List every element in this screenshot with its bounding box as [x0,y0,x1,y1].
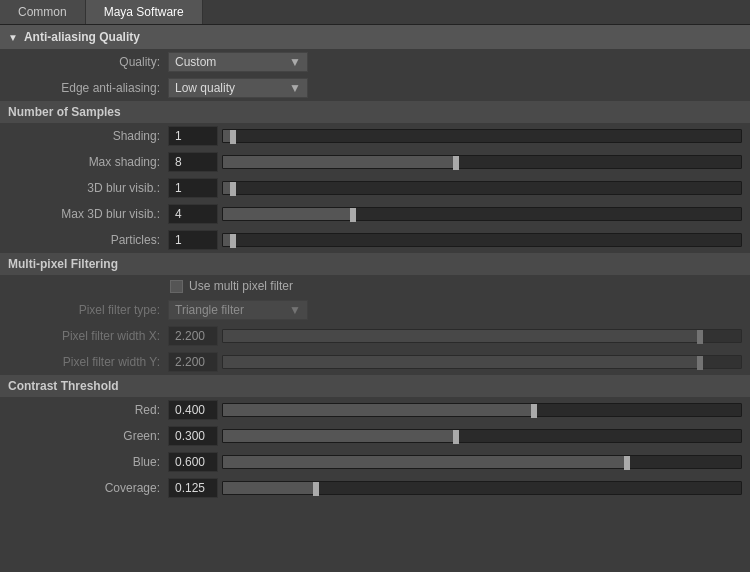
mpf-rows-container: Pixel filter type:Triangle filter▼Pixel … [0,297,750,375]
slider-track-sample-3[interactable] [222,207,742,221]
slider-row-contrast-3: Coverage:0.125 [0,475,750,501]
slider-label-contrast-1: Green: [8,429,168,443]
slider-row-contrast-2: Blue:0.600 [0,449,750,475]
slider-track-mpf-2[interactable] [222,355,742,369]
tab-maya-software-label: Maya Software [104,5,184,19]
slider-thumb-contrast-2[interactable] [624,456,630,470]
slider-container-sample-4: 1 [168,230,742,250]
slider-row-mpf-1: Pixel filter width X:2.200 [0,323,750,349]
slider-thumb-sample-1[interactable] [453,156,459,170]
slider-thumb-sample-0[interactable] [230,130,236,144]
contrast-threshold-header: Contrast Threshold [0,375,750,397]
contrast-rows-container: Red:0.400Green:0.300Blue:0.600Coverage:0… [0,397,750,501]
slider-track-contrast-3[interactable] [222,481,742,495]
tab-common[interactable]: Common [0,0,86,24]
slider-value-contrast-2[interactable]: 0.600 [168,452,218,472]
slider-track-contrast-1[interactable] [222,429,742,443]
quality-dropdown-value: Custom [175,55,285,69]
slider-track-mpf-1[interactable] [222,329,742,343]
slider-fill-contrast-1 [223,430,456,442]
slider-label-contrast-3: Coverage: [8,481,168,495]
slider-value-contrast-3[interactable]: 0.125 [168,478,218,498]
slider-value-contrast-1[interactable]: 0.300 [168,426,218,446]
slider-row-sample-0: Shading:1 [0,123,750,149]
slider-label-contrast-0: Red: [8,403,168,417]
slider-label-sample-1: Max shading: [8,155,168,169]
slider-value-sample-0[interactable]: 1 [168,126,218,146]
slider-row-contrast-0: Red:0.400 [0,397,750,423]
multi-pixel-filtering-header: Multi-pixel Filtering [0,253,750,275]
use-multi-pixel-filter-checkbox[interactable] [170,280,183,293]
slider-value-mpf-1[interactable]: 2.200 [168,326,218,346]
slider-label-sample-3: Max 3D blur visib.: [8,207,168,221]
slider-thumb-mpf-2[interactable] [697,356,703,370]
anti-aliasing-section-header[interactable]: ▼ Anti-aliasing Quality [0,25,750,49]
slider-row-mpf-2: Pixel filter width Y:2.200 [0,349,750,375]
number-of-samples-title: Number of Samples [8,105,121,119]
slider-thumb-sample-3[interactable] [350,208,356,222]
slider-label-mpf-1: Pixel filter width X: [8,329,168,343]
slider-thumb-contrast-0[interactable] [531,404,537,418]
slider-fill-sample-3 [223,208,353,220]
slider-row-sample-4: Particles:1 [0,227,750,253]
slider-container-contrast-1: 0.300 [168,426,742,446]
slider-value-sample-3[interactable]: 4 [168,204,218,224]
quality-dropdown[interactable]: Custom ▼ [168,52,308,72]
slider-thumb-sample-2[interactable] [230,182,236,196]
edge-antialiasing-dropdown[interactable]: Low quality ▼ [168,78,308,98]
slider-value-mpf-2[interactable]: 2.200 [168,352,218,372]
slider-fill-mpf-1 [223,330,700,342]
slider-container-sample-0: 1 [168,126,742,146]
slider-track-sample-0[interactable] [222,129,742,143]
number-of-samples-header: Number of Samples [0,101,750,123]
slider-fill-contrast-3 [223,482,316,494]
multi-pixel-filtering-title: Multi-pixel Filtering [8,257,118,271]
slider-value-sample-2[interactable]: 1 [168,178,218,198]
quality-dropdown-arrow-icon: ▼ [289,55,301,69]
slider-row-sample-3: Max 3D blur visib.:4 [0,201,750,227]
filter-type-dropdown-value: Triangle filter [175,303,285,317]
slider-container-contrast-2: 0.600 [168,452,742,472]
edge-antialiasing-dropdown-value: Low quality [175,81,285,95]
slider-label-sample-2: 3D blur visib.: [8,181,168,195]
slider-container-mpf-2: 2.200 [168,352,742,372]
slider-container-sample-3: 4 [168,204,742,224]
slider-value-sample-1[interactable]: 8 [168,152,218,172]
tab-maya-software[interactable]: Maya Software [86,0,203,24]
anti-aliasing-title: Anti-aliasing Quality [24,30,140,44]
filter-type-dropdown[interactable]: Triangle filter▼ [168,300,308,320]
slider-row-sample-1: Max shading:8 [0,149,750,175]
slider-thumb-contrast-1[interactable] [453,430,459,444]
slider-label-mpf-2: Pixel filter width Y: [8,355,168,369]
slider-fill-contrast-2 [223,456,627,468]
tab-bar: Common Maya Software [0,0,750,25]
edge-antialiasing-label: Edge anti-aliasing: [8,81,168,95]
slider-track-sample-2[interactable] [222,181,742,195]
slider-thumb-mpf-1[interactable] [697,330,703,344]
tab-common-label: Common [18,5,67,19]
slider-label-contrast-2: Blue: [8,455,168,469]
slider-track-contrast-2[interactable] [222,455,742,469]
slider-fill-contrast-0 [223,404,534,416]
slider-track-sample-1[interactable] [222,155,742,169]
slider-track-contrast-0[interactable] [222,403,742,417]
slider-fill-sample-1 [223,156,456,168]
slider-fill-mpf-2 [223,356,700,368]
slider-container-contrast-3: 0.125 [168,478,742,498]
filter-type-dropdown-arrow-icon: ▼ [289,303,301,317]
slider-container-sample-2: 1 [168,178,742,198]
slider-row-contrast-1: Green:0.300 [0,423,750,449]
slider-thumb-contrast-3[interactable] [313,482,319,496]
slider-thumb-sample-4[interactable] [230,234,236,248]
slider-value-contrast-0[interactable]: 0.400 [168,400,218,420]
quality-row: Quality: Custom ▼ [0,49,750,75]
samples-rows-container: Shading:1Max shading:83D blur visib.:1Ma… [0,123,750,253]
slider-label-mpf-0: Pixel filter type: [8,303,168,317]
slider-value-sample-4[interactable]: 1 [168,230,218,250]
slider-label-sample-0: Shading: [8,129,168,143]
use-multi-pixel-filter-label: Use multi pixel filter [189,279,293,293]
slider-track-sample-4[interactable] [222,233,742,247]
use-multi-pixel-filter-row: Use multi pixel filter [0,275,750,297]
slider-row-mpf-0: Pixel filter type:Triangle filter▼ [0,297,750,323]
section-arrow-icon: ▼ [8,32,18,43]
